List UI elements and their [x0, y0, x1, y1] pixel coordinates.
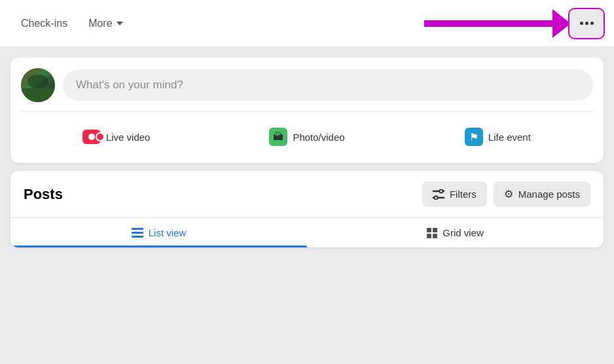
checkins-nav-item[interactable]: Check-ins — [10, 2, 78, 45]
life-event-button[interactable]: ⚑ Life event — [403, 121, 593, 153]
create-post-card: What's on your mind? Live video Photo/vi… — [10, 58, 604, 163]
posts-header: Posts Filters ⚙ Manage posts — [10, 171, 604, 217]
grid-view-label: Grid view — [442, 227, 484, 238]
top-navigation: Check-ins More — [0, 0, 614, 47]
manage-posts-button[interactable]: ⚙ Manage posts — [494, 181, 590, 207]
view-tabs: List view Grid view — [10, 217, 604, 247]
avatar — [21, 68, 55, 102]
life-event-label: Life event — [488, 132, 531, 143]
list-view-icon — [132, 228, 143, 238]
filters-icon — [433, 189, 444, 200]
list-view-tab[interactable]: List view — [10, 218, 307, 247]
grid-view-tab[interactable]: Grid view — [307, 218, 604, 247]
more-nav-item[interactable]: More — [78, 2, 133, 45]
dot-2 — [585, 22, 588, 25]
posts-card: Posts Filters ⚙ Manage posts — [10, 171, 604, 247]
posts-actions: Filters ⚙ Manage posts — [422, 181, 590, 207]
grid-view-icon — [427, 228, 437, 238]
arrow-annotation — [424, 20, 555, 27]
dot-1 — [580, 22, 583, 25]
more-options-button[interactable] — [569, 9, 604, 38]
dot-3 — [590, 22, 594, 25]
filters-label: Filters — [450, 189, 477, 200]
divider — [21, 111, 593, 112]
list-view-label: List view — [149, 227, 187, 238]
live-icon-circle — [96, 132, 105, 141]
manage-posts-label: Manage posts — [518, 189, 580, 200]
filters-button[interactable]: Filters — [422, 181, 487, 207]
live-video-label: Live video — [106, 132, 151, 143]
svg-point-3 — [434, 196, 437, 199]
gear-icon: ⚙ — [504, 188, 513, 200]
chevron-down-icon — [117, 22, 123, 26]
create-post-top: What's on your mind? — [21, 68, 593, 102]
more-label: More — [88, 18, 112, 29]
svg-point-1 — [439, 189, 442, 192]
photo-video-button[interactable]: Photo/video — [211, 121, 402, 153]
create-post-actions: Live video Photo/video ⚑ Life event — [21, 121, 593, 153]
posts-title: Posts — [24, 186, 63, 203]
live-video-button[interactable]: Live video — [21, 123, 211, 151]
main-content: What's on your mind? Live video Photo/vi… — [0, 47, 614, 258]
life-event-icon: ⚑ — [465, 128, 483, 146]
status-input[interactable]: What's on your mind? — [63, 69, 593, 101]
avatar-image — [21, 68, 55, 102]
photo-video-icon — [269, 128, 287, 146]
three-dots-button-wrapper — [569, 9, 604, 38]
arrow-body — [424, 20, 555, 27]
photo-video-label: Photo/video — [293, 132, 344, 143]
